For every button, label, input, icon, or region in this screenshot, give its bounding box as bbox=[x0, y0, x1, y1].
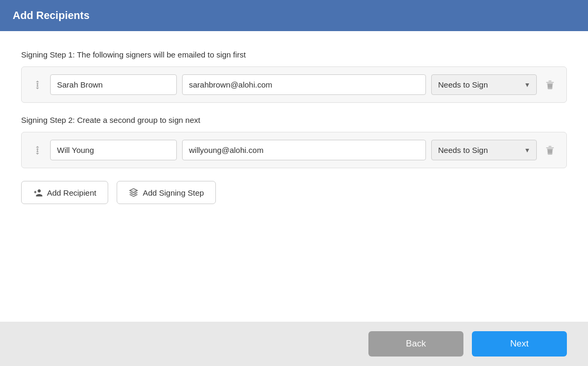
role-select-wrapper-2: Needs to Sign Receives a Copy In Person … bbox=[431, 140, 537, 160]
add-recipient-label: Add Recipient bbox=[47, 188, 96, 197]
footer: Back Next bbox=[0, 322, 588, 366]
recipient-row-2: Needs to Sign Receives a Copy In Person … bbox=[21, 132, 567, 168]
recipient-name-input-2[interactable] bbox=[50, 140, 177, 160]
recipient-email-input-2[interactable] bbox=[182, 140, 426, 160]
add-signing-step-label: Add Signing Step bbox=[143, 188, 204, 197]
drag-handle-2[interactable] bbox=[30, 145, 45, 156]
add-recipient-button[interactable]: Add Recipient bbox=[21, 181, 108, 204]
add-signing-step-icon bbox=[129, 188, 138, 197]
role-select-wrapper-1: Needs to Sign Receives a Copy In Person … bbox=[431, 74, 537, 95]
svg-rect-5 bbox=[546, 147, 554, 148]
svg-rect-0 bbox=[548, 80, 552, 81]
signing-step-1: Signing Step 1: The following signers wi… bbox=[21, 50, 567, 103]
delete-recipient-button-1[interactable] bbox=[542, 77, 558, 93]
dialog-title: Add Recipients bbox=[13, 9, 90, 21]
recipient-name-input-1[interactable] bbox=[50, 74, 177, 95]
svg-rect-4 bbox=[548, 146, 552, 147]
step1-label: Signing Step 1: The following signers wi… bbox=[21, 50, 567, 59]
recipient-row-1: Needs to Sign Receives a Copy In Person … bbox=[21, 66, 567, 103]
signing-step-2: Signing Step 2: Create a second group to… bbox=[21, 115, 567, 168]
action-buttons: Add Recipient Add Signing Step bbox=[21, 181, 567, 204]
role-select-2[interactable]: Needs to Sign Receives a Copy In Person … bbox=[431, 140, 537, 160]
main-content: Signing Step 1: The following signers wi… bbox=[0, 31, 588, 322]
add-signing-step-button[interactable]: Add Signing Step bbox=[117, 181, 216, 204]
next-button[interactable]: Next bbox=[472, 331, 567, 357]
recipient-email-input-1[interactable] bbox=[182, 74, 426, 95]
role-select-1[interactable]: Needs to Sign Receives a Copy In Person … bbox=[431, 74, 537, 95]
svg-rect-1 bbox=[546, 82, 554, 82]
delete-recipient-button-2[interactable] bbox=[542, 142, 558, 158]
back-button[interactable]: Back bbox=[368, 331, 463, 357]
drag-handle-1[interactable] bbox=[30, 80, 45, 90]
add-person-icon bbox=[33, 188, 43, 197]
dialog-header: Add Recipients bbox=[0, 0, 588, 31]
step2-label: Signing Step 2: Create a second group to… bbox=[21, 115, 567, 124]
